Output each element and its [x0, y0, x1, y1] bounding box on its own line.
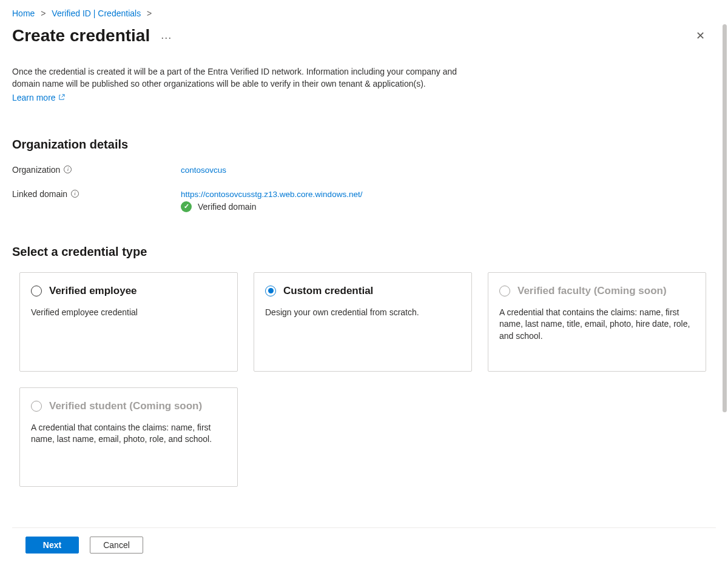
cred-desc: Verified employee credential — [31, 307, 226, 319]
chevron-right-icon: > — [41, 8, 46, 18]
cred-card-verified-employee[interactable]: Verified employee Verified employee cred… — [19, 272, 238, 372]
cred-title: Verified faculty (Coming soon) — [517, 285, 667, 297]
breadcrumb-verified-id[interactable]: Verified ID | Credentials — [52, 8, 141, 18]
cred-title: Custom credential — [283, 285, 373, 297]
cred-card-verified-student: Verified student (Coming soon) A credent… — [19, 387, 238, 487]
footer-bar: Next Cancel — [12, 527, 716, 562]
radio-verified-faculty — [499, 286, 510, 296]
external-link-icon — [58, 94, 65, 101]
verified-domain-text: Verified domain — [198, 202, 257, 212]
close-button[interactable]: ✕ — [691, 24, 710, 47]
cred-title: Verified student (Coming soon) — [49, 400, 202, 412]
linked-domain-link[interactable]: https://contosovcusstg.z13.web.core.wind… — [181, 190, 362, 199]
chevron-right-icon: > — [147, 8, 152, 18]
info-icon[interactable]: i — [64, 166, 72, 173]
breadcrumb-home[interactable]: Home — [12, 8, 35, 18]
cancel-button[interactable]: Cancel — [90, 537, 143, 554]
cred-desc: A credential that contains the claims: n… — [499, 307, 695, 343]
learn-more-label: Learn more — [12, 93, 56, 102]
learn-more-link[interactable]: Learn more — [12, 93, 65, 102]
more-options-button[interactable]: ··· — [161, 28, 172, 43]
linked-domain-label: Linked domain — [12, 189, 67, 199]
org-value-link[interactable]: contosovcus — [181, 166, 226, 175]
check-circle-icon: ✓ — [181, 201, 192, 212]
intro-text: Once the credential is created it will b… — [12, 65, 479, 90]
next-button[interactable]: Next — [25, 537, 79, 554]
select-credential-heading: Select a credential type — [12, 245, 716, 259]
scrollbar-thumb[interactable] — [723, 24, 727, 412]
radio-custom-credential[interactable] — [265, 286, 276, 296]
radio-verified-student — [31, 401, 42, 412]
page-title: Create credential — [12, 26, 150, 45]
cred-desc: Design your own credential from scratch. — [265, 307, 460, 319]
org-details-heading: Organization details — [12, 138, 716, 152]
cred-title: Verified employee — [49, 285, 137, 297]
breadcrumb: Home > Verified ID | Credentials > — [12, 8, 716, 18]
cred-card-custom-credential[interactable]: Custom credential Design your own creden… — [254, 272, 472, 372]
info-icon[interactable]: i — [71, 190, 79, 198]
cred-desc: A credential that contains the claims: n… — [31, 422, 226, 446]
radio-verified-employee[interactable] — [31, 286, 42, 296]
cred-card-verified-faculty: Verified faculty (Coming soon) A credent… — [488, 272, 706, 372]
org-label: Organization — [12, 165, 60, 175]
scrollbar[interactable] — [723, 24, 727, 521]
